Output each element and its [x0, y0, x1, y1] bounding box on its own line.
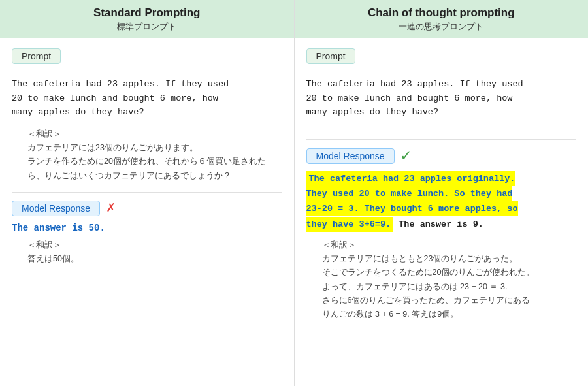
- right-response-block: The cafeteria had 23 apples originally. …: [306, 171, 577, 232]
- standard-title: Standard Prompting: [7, 7, 287, 20]
- right-translation-line-5: りんごの数は 3 + 6 = 9. 答えは9個。: [322, 310, 459, 319]
- chain-of-thought-panel: Chain of thought prompting 一連の思考プロンプト Pr…: [295, 0, 589, 386]
- wrong-icon: ✗: [106, 201, 115, 216]
- left-prompt-label: Prompt: [12, 48, 61, 64]
- right-translation-title: ＜和訳＞: [322, 240, 356, 249]
- right-translation-line-1: カフェテリアにはもともと23個のりんごがあった。: [322, 254, 518, 263]
- left-translation-line-2: ランチを作るために20個が使われ、それから６個買い足されたら、りんごはいくつカフ…: [27, 157, 266, 180]
- standard-header: Standard Prompting 標準プロンプト: [0, 0, 294, 38]
- left-model-response-label: Model Response: [12, 201, 100, 216]
- left-divider: [12, 192, 282, 193]
- right-response-translation: ＜和訳＞ カフェテリアにはもともと23個のりんごがあった。 そこでランチをつくる…: [322, 238, 577, 322]
- left-response-translation-title: ＜和訳＞: [27, 240, 61, 249]
- right-translation-line-2: そこでランチをつくるために20個のりんごが使われた。: [322, 268, 535, 277]
- left-translation-title: ＜和訳＞: [27, 129, 61, 138]
- cot-subtitle: 一連の思考プロンプト: [301, 21, 582, 33]
- left-prompt-translation: ＜和訳＞ カフェテリアには23個のりんごがあります。 ランチを作るために20個が…: [27, 127, 282, 183]
- correct-icon: ✓: [401, 148, 412, 165]
- left-model-response-row: Model Response ✗: [12, 201, 282, 216]
- cot-title: Chain of thought prompting: [301, 7, 582, 20]
- right-translation-line-4: さらに6個のりんごを買ったため、カフェテリアにある: [322, 296, 531, 305]
- right-normal-response: The answer is 9.: [393, 219, 483, 229]
- right-prompt-label: Prompt: [306, 48, 355, 64]
- right-model-response-row: Model Response ✓: [306, 148, 577, 165]
- left-response-translation-line: 答えは50個。: [27, 254, 79, 263]
- right-translation-line-3: よって、カフェテリアにはあるのは 23 − 20 ＝ 3.: [322, 282, 508, 291]
- left-translation-line-1: カフェテリアには23個のりんごがあります。: [27, 143, 198, 152]
- cot-header: Chain of thought prompting 一連の思考プロンプト: [295, 0, 589, 38]
- standard-subtitle: 標準プロンプト: [7, 21, 287, 33]
- right-model-response-label: Model Response: [306, 148, 395, 164]
- right-divider: [306, 139, 577, 140]
- left-response-translation: ＜和訳＞ 答えは50個。: [27, 238, 282, 266]
- left-prompt-text: The cafeteria had 23 apples. If they use…: [12, 77, 282, 120]
- right-prompt-text: The cafeteria had 23 apples. If they use…: [306, 77, 577, 120]
- left-response-text: The answer is 50.: [12, 223, 282, 233]
- standard-prompting-panel: Standard Prompting 標準プロンプト Prompt The ca…: [0, 0, 295, 386]
